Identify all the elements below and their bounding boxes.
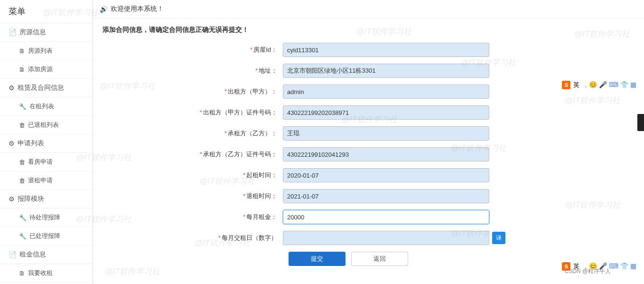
item-icon: 🗑 [19,177,25,184]
sidebar-item-3-0[interactable]: 🔧待处理报障 [0,208,93,227]
item-label: 房源列表 [28,47,53,55]
required-star: * [218,234,221,241]
credit-text: CSDN @程序牛人 [564,267,611,275]
input-landlord[interactable] [283,85,489,99]
group-icon: 📄 [9,28,17,36]
group-label: 申请列表 [18,139,44,148]
menu-group-2[interactable]: ⚙申请列表 [0,134,93,153]
form-row-pay_day: *每月交租日（数字）译 [103,231,635,245]
label-landlord: *出租方（甲方）： [103,87,283,96]
required-star: * [243,192,245,199]
form-heading: 添加合同信息，请确定合同信息正确无误再提交！ [103,26,635,34]
label-tenant_id: *承租方（乙方）证件号码： [103,150,283,159]
form-row-tenant: *承租方（乙方）： [103,126,635,141]
label-landlord_id: *出租方（甲方）证件号码： [103,108,283,117]
item-label: 看房申请 [28,158,53,166]
required-star: * [200,109,202,116]
label-address: *地址： [103,66,283,75]
input-landlord_id[interactable] [283,105,489,120]
sidebar-item-1-1[interactable]: 🗑已退租列表 [0,116,93,134]
group-icon: ⚙ [9,195,15,203]
sogou-icon: S [562,81,570,89]
label-tenant: *承租方（乙方）： [103,129,283,138]
item-icon: 🗎 [19,66,25,73]
sidebar-item-2-0[interactable]: 🗑看房申请 [0,153,93,171]
sidebar: 菜单 📄房源信息🗎房源列表🗎添加房源⚙租赁及合同信息🔧在租列表🗑已退租列表⚙申请… [0,0,93,284]
form-row-address: *地址： [103,64,635,78]
group-label: 租赁及合同信息 [18,84,64,92]
sidebar-item-0-0[interactable]: 🗎房源列表 [0,42,93,60]
label-start: *起租时间： [103,171,283,180]
form-row-room_id: *房屋Id： [103,43,635,57]
label-rent: *每月租金： [103,213,283,221]
required-star: * [243,213,245,220]
menu-group-3[interactable]: ⚙报障模块 [0,190,93,208]
item-icon: 🗑 [19,122,25,129]
form-row-landlord_id: *出租方（甲方）证件号码： [103,105,635,120]
menu-group-1[interactable]: ⚙租赁及合同信息 [0,79,93,97]
item-label: 在租列表 [29,102,54,111]
input-rent[interactable] [283,210,489,224]
item-icon: 🗎 [19,270,25,277]
sidebar-item-1-0[interactable]: 🔧在租列表 [0,97,93,116]
item-icon: 🗑 [19,159,25,166]
required-star: * [250,46,252,53]
required-star: * [243,171,245,179]
label-end: *退租时间： [103,192,283,200]
form-row-tenant_id: *承租方（乙方）证件号码： [103,147,635,161]
input-tenant_id[interactable] [283,147,489,161]
item-icon: 🔧 [19,233,27,240]
sidebar-item-2-1[interactable]: 🗑退租申请 [0,171,93,190]
item-icon: 🔧 [19,103,27,110]
item-label: 我要收租 [28,269,53,277]
form-content: 添加合同信息，请确定合同信息正确无误再提交！ *房屋Id：*地址：*出租方（甲方… [93,19,644,284]
input-end[interactable] [283,189,489,203]
ime-icons[interactable]: ，😊 🎤 ⌨ 👕 ▦ [582,81,636,89]
back-button[interactable]: 返回 [351,252,408,266]
form-row-rent: *每月租金： [103,210,635,224]
group-icon: ⚙ [9,84,15,92]
menu-group-0[interactable]: 📄房源信息 [0,23,93,42]
input-pay_day[interactable] [283,231,489,245]
item-label: 退租申请 [28,176,53,185]
label-room_id: *房屋Id： [103,46,283,54]
item-icon: 🔧 [19,214,27,221]
required-star: * [200,151,202,158]
input-tenant[interactable] [283,126,489,141]
form-row-landlord: *出租方（甲方）： [103,85,635,99]
group-label: 租金信息 [19,250,46,259]
required-star: * [224,130,227,137]
sidebar-item-0-1[interactable]: 🗎添加房源 [0,60,93,79]
item-label: 已处理报障 [29,232,60,240]
sidebar-item-3-1[interactable]: 🔧已处理报障 [0,227,93,246]
welcome-text: 欢迎使用本系统！ [111,5,164,13]
input-address[interactable] [283,64,489,78]
item-label: 待处理报障 [29,213,60,222]
main-area: 🔊 欢迎使用本系统！ 添加合同信息，请确定合同信息正确无误再提交！ *房屋Id：… [93,0,644,284]
sidebar-item-4-0[interactable]: 🗎我要收租 [0,264,93,283]
item-icon: 🗎 [19,47,25,55]
form-row-end: *退租时间： [103,189,635,203]
menu-title: 菜单 [0,0,93,23]
submit-button[interactable]: 提交 [289,252,345,266]
ime-lang: 英 [573,81,579,89]
input-room_id[interactable] [283,43,489,57]
item-label: 已退租列表 [28,121,59,129]
ime-toolbar-top[interactable]: S 英 ，😊 🎤 ⌨ 👕 ▦ [559,80,639,90]
group-icon: 📄 [9,251,17,258]
group-label: 报障模块 [18,195,44,203]
menu-group-4[interactable]: 📄租金信息 [0,246,93,264]
topbar: 🔊 欢迎使用本系统！ [93,0,644,19]
label-pay_day: *每月交租日（数字） [103,234,283,242]
group-icon: ⚙ [9,140,15,147]
required-star: * [255,67,258,74]
required-star: * [224,88,227,95]
item-label: 添加房源 [28,65,53,74]
right-edge-tab[interactable] [637,114,644,131]
sound-icon: 🔊 [100,5,108,13]
form-row-start: *起租时间： [103,168,635,182]
translate-button[interactable]: 译 [492,232,505,244]
input-start[interactable] [283,168,489,182]
group-label: 房源信息 [19,28,46,37]
